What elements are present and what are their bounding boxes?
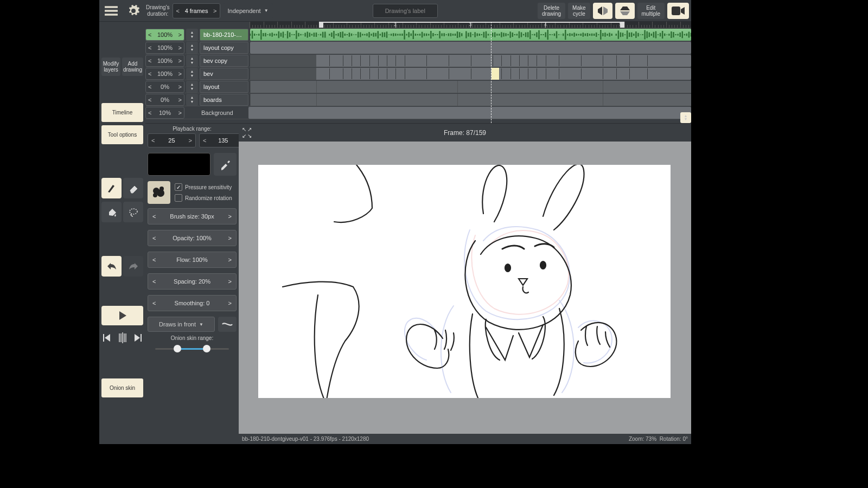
spacing-spinner[interactable]: <Spacing: 20%>	[148, 273, 237, 290]
flip-vertical-button[interactable]	[615, 3, 635, 19]
add-drawing-button[interactable]: Add drawing	[122, 57, 143, 76]
delete-drawing-button[interactable]: Delete drawing	[538, 3, 565, 19]
layer-opacity[interactable]: <10%>	[145, 107, 184, 119]
layer-track[interactable]	[250, 81, 691, 93]
onion-range-label: Onion skin range:	[148, 335, 237, 341]
layer-track[interactable]	[250, 42, 691, 54]
flow-spinner[interactable]: <Flow: 100%>	[148, 252, 237, 268]
camera-icon[interactable]	[667, 3, 689, 19]
stroke-shape-button[interactable]	[218, 317, 237, 332]
layer-track[interactable]	[248, 107, 691, 119]
range-from-spinner[interactable]: <25>	[148, 133, 196, 147]
layer-opacity[interactable]: <0%>	[145, 94, 184, 106]
svg-point-8	[505, 264, 510, 272]
status-rotation: Rotation: 0°	[660, 436, 688, 442]
frame-counter: Frame: 87/159	[444, 129, 486, 137]
pressure-sensitivity-checkbox[interactable]	[175, 183, 182, 191]
svg-rect-0	[672, 7, 680, 15]
layer-reorder[interactable]: ▲▼	[186, 42, 198, 54]
timeline-tab[interactable]: Timeline	[101, 103, 143, 122]
layer-track[interactable]	[250, 94, 691, 106]
drawing-label-input[interactable]: Drawing's label	[373, 4, 438, 18]
color-swatch[interactable]	[148, 153, 210, 176]
layer-opacity[interactable]: <100%>	[145, 29, 184, 41]
layer-opacity[interactable]: <100%>	[145, 42, 184, 54]
onion-range-slider[interactable]	[155, 343, 229, 354]
draw-layer-dropdown[interactable]: Draws in front▼	[148, 317, 215, 332]
layer-reorder[interactable]: ▲▼	[186, 55, 198, 67]
layer-name[interactable]: bb-180-210-…	[200, 29, 248, 41]
svg-point-6	[159, 187, 164, 191]
duration-dec[interactable]: <	[176, 8, 180, 14]
layer-opacity[interactable]: <0%>	[145, 81, 184, 93]
scrub-handle[interactable]	[115, 329, 130, 347]
duration-value: 4 frames	[183, 8, 210, 14]
brush-size-spinner[interactable]: <Brush size: 30px>	[148, 208, 237, 224]
make-cycle-button[interactable]: Make cycle	[568, 3, 590, 19]
lasso-tool[interactable]	[123, 202, 143, 222]
timeline-scroll-toggle[interactable]: ▲▼	[680, 112, 691, 123]
layer-reorder[interactable]: ▲▼	[186, 29, 198, 41]
layer-reorder[interactable]: ▲▼	[186, 94, 198, 106]
randomize-rotation-checkbox[interactable]	[175, 194, 182, 202]
layer-name[interactable]: layout	[200, 81, 248, 93]
duration-spinner[interactable]: < 4 frames >	[173, 3, 221, 18]
opacity-spinner[interactable]: <Opacity: 100%>	[148, 230, 237, 246]
layer-name[interactable]: bev	[200, 68, 248, 80]
redo-button[interactable]	[123, 256, 143, 277]
layer-track[interactable]	[250, 68, 691, 80]
drawing-canvas[interactable]	[258, 165, 671, 398]
fit-screen-button[interactable]: ↖ ↗↙ ↘	[239, 124, 255, 142]
onion-skin-tab[interactable]: Onion skin	[101, 378, 143, 397]
brush-preview[interactable]	[148, 181, 170, 204]
layer-name[interactable]: bev copy	[200, 55, 248, 67]
eyedropper-button[interactable]	[214, 153, 237, 176]
eraser-tool[interactable]	[123, 178, 143, 198]
layer-name: Background	[198, 107, 247, 119]
layer-name[interactable]: layout copy	[200, 42, 248, 54]
svg-rect-2	[103, 334, 104, 342]
status-file: bb-180-210-dontgiveup-v01 - 23.976fps - …	[242, 436, 369, 442]
duration-label: Drawing's duration:	[146, 4, 170, 17]
layer-opacity[interactable]: <100%>	[145, 68, 184, 80]
smoothing-spinner[interactable]: <Smoothing: 0>	[148, 295, 237, 311]
status-zoom: Zoom: 73%	[629, 436, 656, 442]
undo-button[interactable]	[101, 256, 122, 277]
layer-track[interactable]	[250, 55, 691, 67]
layer-name[interactable]: boards	[200, 94, 248, 106]
next-frame-button[interactable]	[132, 329, 144, 347]
layer-opacity[interactable]: <100%>	[145, 55, 184, 67]
duration-inc[interactable]: >	[213, 8, 216, 14]
layer-reorder[interactable]: ▲▼	[186, 68, 198, 80]
brush-tool[interactable]	[101, 178, 122, 198]
svg-rect-3	[141, 334, 142, 342]
menu-icon[interactable]	[101, 1, 121, 21]
settings-icon[interactable]	[124, 1, 143, 21]
layer-track[interactable]	[250, 29, 691, 41]
modify-layers-button[interactable]: Modify layers	[101, 57, 120, 76]
prev-frame-button[interactable]	[101, 329, 113, 347]
play-button[interactable]	[101, 306, 143, 325]
flip-horizontal-button[interactable]	[593, 3, 612, 19]
svg-point-9	[540, 261, 546, 269]
fill-tool[interactable]	[101, 202, 122, 222]
edit-multiple-button[interactable]: Edit multiple	[637, 3, 665, 19]
drawing-mode-dropdown[interactable]: Independent▼	[223, 3, 272, 18]
timeline-ruler[interactable]: 12345	[250, 22, 691, 28]
svg-point-1	[130, 209, 137, 214]
tool-options-tab[interactable]: Tool options	[101, 125, 143, 144]
svg-point-7	[153, 193, 157, 197]
playback-range-label: Playback range:	[148, 126, 237, 132]
layer-reorder[interactable]: ▲▼	[186, 81, 198, 93]
